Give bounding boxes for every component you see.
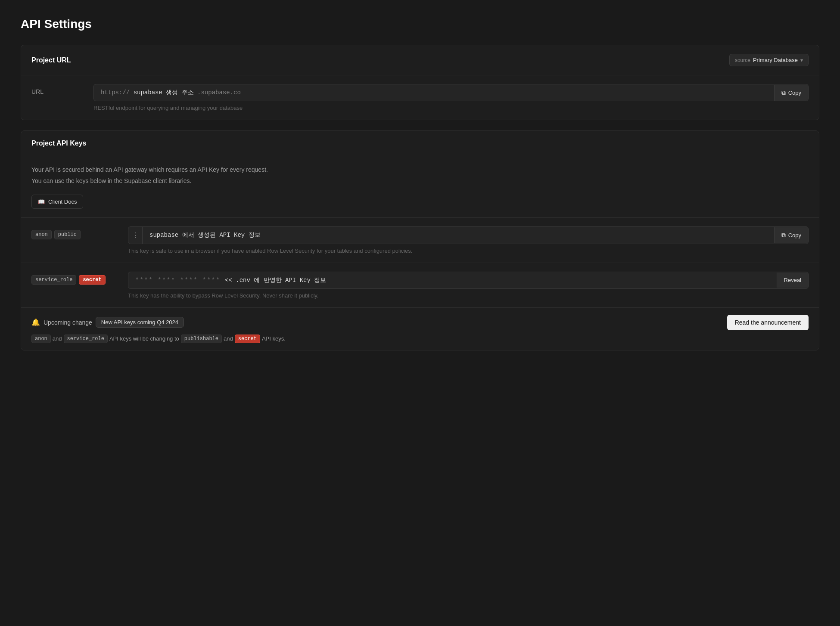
url-suffix: .supabase.co bbox=[197, 89, 241, 96]
copy-icon: ⧉ bbox=[781, 89, 786, 96]
anon-copy-label: Copy bbox=[788, 232, 801, 239]
copy-icon-anon: ⧉ bbox=[781, 232, 786, 239]
project-api-keys-card: Project API Keys Your API is secured beh… bbox=[21, 130, 819, 350]
url-prefix: https:// bbox=[101, 89, 130, 96]
read-announcement-button[interactable]: Read the announcement bbox=[727, 315, 809, 330]
project-url-header: Project URL source Primary Database ▾ bbox=[21, 45, 819, 75]
service-role-key-input-row: **** **** **** **** << .env 에 반영한 API Ke… bbox=[128, 272, 809, 289]
anon-key-input-row: ⋮ supabase 에서 생성된 API Key 정보 ⧉ Copy bbox=[128, 226, 809, 244]
upcoming-banner: 🔔 Upcoming change New API keys coming Q4… bbox=[21, 307, 819, 350]
url-input-value: https:// supabase 생성 주소 .supabase.co bbox=[94, 84, 774, 101]
anon-key-content: ⋮ supabase 에서 생성된 API Key 정보 ⧉ Copy This… bbox=[128, 226, 809, 254]
service-role-badges: service_role secret bbox=[31, 272, 118, 285]
project-url-card: Project URL source Primary Database ▾ UR… bbox=[21, 45, 819, 120]
api-keys-desc-1: Your API is secured behind an API gatewa… bbox=[31, 165, 809, 174]
url-field-content: https:// supabase 생성 주소 .supabase.co ⧉ C… bbox=[93, 84, 809, 111]
url-input-row: https:// supabase 생성 주소 .supabase.co ⧉ C… bbox=[93, 84, 809, 101]
upcoming-badge: New API keys coming Q4 2024 bbox=[96, 317, 184, 328]
upcoming-top-row: 🔔 Upcoming change New API keys coming Q4… bbox=[31, 315, 809, 330]
anon-key-copy-button[interactable]: ⧉ Copy bbox=[774, 227, 808, 243]
url-description: RESTful endpoint for querying and managi… bbox=[93, 105, 809, 111]
book-icon: 📖 bbox=[38, 198, 45, 205]
service-role-key-description: This key has the ability to bypass Row L… bbox=[128, 292, 809, 299]
api-keys-title: Project API Keys bbox=[31, 139, 86, 147]
service-role-key-content: **** **** **** **** << .env 에 반영한 API Ke… bbox=[128, 272, 809, 299]
env-text: << .env 에 반영한 API Key 정보 bbox=[225, 277, 326, 284]
masked-dots: **** **** **** **** bbox=[135, 277, 225, 284]
anon-key-value: supabase 에서 생성된 API Key 정보 bbox=[143, 227, 774, 243]
anon-badge: anon bbox=[31, 230, 52, 239]
url-copy-label: Copy bbox=[788, 90, 801, 96]
changing-text: API keys will be changing to bbox=[109, 335, 179, 342]
publishable-inline-badge: publishable bbox=[181, 335, 222, 343]
secret-badge: secret bbox=[79, 275, 105, 285]
and-text-1: and bbox=[53, 335, 62, 342]
anon-key-dots-button[interactable]: ⋮ bbox=[128, 227, 143, 244]
url-middle: supabase 생성 주소 bbox=[134, 89, 194, 96]
url-field-row: URL https:// supabase 생성 주소 .supabase.co… bbox=[21, 75, 819, 120]
page-title: API Settings bbox=[21, 17, 819, 31]
api-keys-body: Your API is secured behind an API gatewa… bbox=[21, 156, 819, 217]
url-label: URL bbox=[31, 84, 83, 95]
project-url-title: Project URL bbox=[31, 56, 71, 64]
secret-inline-badge: secret bbox=[235, 335, 260, 343]
source-label: source bbox=[735, 57, 750, 63]
url-copy-button[interactable]: ⧉ Copy bbox=[774, 85, 808, 101]
source-dropdown[interactable]: source Primary Database ▾ bbox=[729, 54, 809, 66]
anon-key-row: anon public ⋮ supabase 에서 생성된 API Key 정보… bbox=[21, 217, 819, 263]
service-role-badge: service_role bbox=[31, 275, 76, 285]
public-badge: public bbox=[54, 230, 81, 239]
service-role-key-value: **** **** **** **** << .env 에 반영한 API Ke… bbox=[128, 272, 777, 288]
upcoming-icon: 🔔 bbox=[31, 318, 40, 326]
reveal-button[interactable]: Reveal bbox=[777, 273, 808, 288]
chevron-down-icon: ▾ bbox=[800, 57, 803, 63]
source-value: Primary Database bbox=[753, 57, 798, 63]
api-keys-desc-2: You can use the keys below in the Supaba… bbox=[31, 176, 809, 186]
client-docs-label: Client Docs bbox=[48, 198, 77, 205]
reveal-label: Reveal bbox=[784, 277, 801, 283]
anon-key-description: This key is safe to use in a browser if … bbox=[128, 248, 809, 254]
upcoming-bottom-row: anon and service_role API keys will be c… bbox=[31, 335, 809, 343]
anon-inline-badge: anon bbox=[31, 335, 51, 343]
client-docs-button[interactable]: 📖 Client Docs bbox=[31, 195, 83, 209]
service-role-inline-badge: service_role bbox=[64, 335, 108, 343]
api-keys-header: Project API Keys bbox=[21, 131, 819, 156]
service-role-key-row: service_role secret **** **** **** **** … bbox=[21, 263, 819, 307]
anon-badges: anon public bbox=[31, 226, 118, 239]
api-keys-text: API keys. bbox=[262, 335, 286, 342]
and-text-2: and bbox=[224, 335, 233, 342]
upcoming-left: 🔔 Upcoming change New API keys coming Q4… bbox=[31, 317, 184, 328]
upcoming-label: Upcoming change bbox=[44, 319, 92, 326]
